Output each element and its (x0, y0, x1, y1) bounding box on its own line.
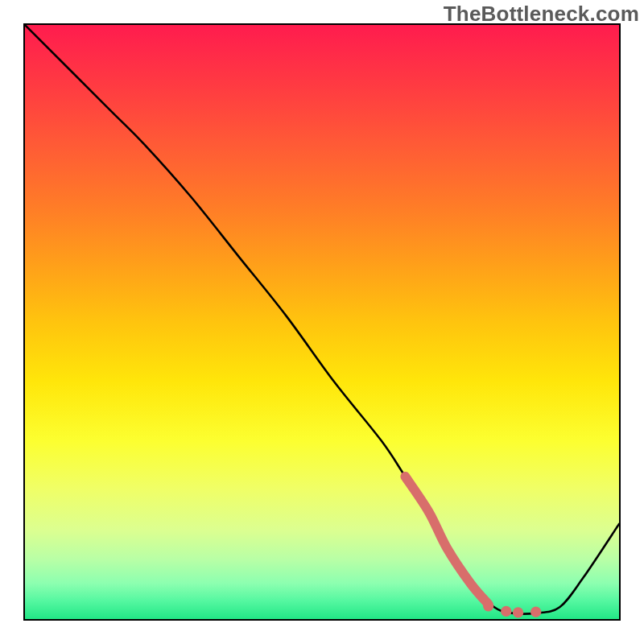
highlight-dot (483, 601, 493, 611)
highlight-dot (513, 607, 523, 617)
highlight-dot (501, 606, 511, 617)
highlight-dot (530, 607, 541, 617)
dots-layer (25, 25, 619, 619)
plot-frame (23, 23, 621, 621)
chart-stage: TheBottleneck.com (0, 0, 644, 644)
